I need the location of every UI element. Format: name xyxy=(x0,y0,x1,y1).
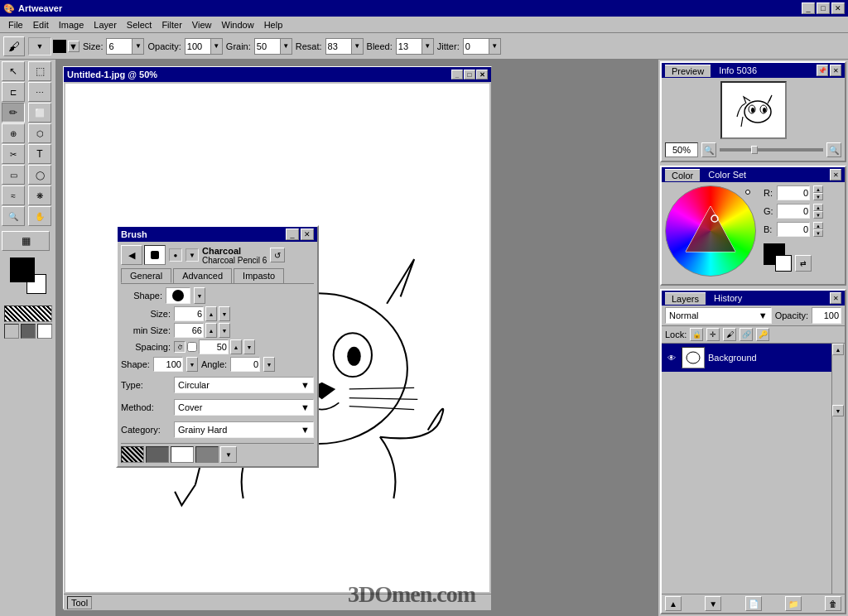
b-up[interactable]: ▲ xyxy=(813,222,823,229)
tool-hand[interactable]: ✋ xyxy=(28,206,51,226)
size-spinner-down[interactable]: ▼ xyxy=(219,306,230,321)
tab-layers[interactable]: Layers xyxy=(665,292,706,305)
doc-maximize[interactable]: □ xyxy=(464,70,475,79)
size-spinner-up[interactable]: ▲ xyxy=(205,306,217,321)
menu-edit[interactable]: Edit xyxy=(28,18,54,31)
color-wheel-container[interactable] xyxy=(665,185,760,281)
method-dropdown[interactable]: Cover ▼ xyxy=(174,399,314,416)
tool-ellipse-shape[interactable]: ◯ xyxy=(28,165,51,185)
blend-mode-dropdown[interactable]: Normal ▼ xyxy=(665,307,772,324)
palette-swatch-2[interactable] xyxy=(21,324,36,339)
brush-prev-btn[interactable]: ◀ xyxy=(121,245,142,265)
preview-pin[interactable]: 📌 xyxy=(817,65,828,76)
palette-pattern-3[interactable] xyxy=(171,446,194,463)
doc-minimize[interactable]: _ xyxy=(451,70,463,79)
r-down[interactable]: ▼ xyxy=(813,193,823,200)
zoom-out-btn[interactable]: 🔍 xyxy=(701,142,716,157)
b-value[interactable]: 0 xyxy=(777,222,810,237)
menu-select[interactable]: Select xyxy=(122,18,157,31)
menu-image[interactable]: Image xyxy=(54,18,89,31)
layer-down-btn[interactable]: ▼ xyxy=(705,596,721,611)
spacing-value[interactable]: 50 xyxy=(199,339,229,354)
tool-eraser[interactable]: ⬜ xyxy=(28,103,51,123)
palette-pattern-1[interactable] xyxy=(121,446,144,463)
layer-up-btn[interactable]: ▲ xyxy=(665,596,682,611)
menu-filter[interactable]: Filter xyxy=(157,18,186,31)
angle-arrow[interactable]: ▼ xyxy=(263,357,275,372)
lock-transparent-btn[interactable]: 🔒 xyxy=(690,328,703,341)
tool-selection[interactable]: ⬚ xyxy=(28,61,51,81)
tool-smudge[interactable]: ≈ xyxy=(2,185,25,205)
palette-pattern-2[interactable] xyxy=(146,446,169,463)
color-close[interactable]: ✕ xyxy=(830,169,841,180)
tool-brush[interactable]: ✏ xyxy=(2,103,25,123)
lock-move-btn[interactable]: ✛ xyxy=(706,328,720,341)
minsize-spinner-up[interactable]: ▲ xyxy=(205,323,217,338)
category-dropdown[interactable]: Grainy Hard ▼ xyxy=(174,421,314,438)
jitter-arrow[interactable]: ▼ xyxy=(489,39,500,54)
g-down[interactable]: ▼ xyxy=(813,211,823,219)
menu-layer[interactable]: Layer xyxy=(89,18,122,31)
menu-help[interactable]: Help xyxy=(259,18,288,31)
tool-gradient[interactable]: ▦ xyxy=(2,231,50,251)
brush-refresh-btn[interactable]: ↺ xyxy=(270,248,285,262)
brush-tab-impasto[interactable]: Impasto xyxy=(234,268,284,283)
bleed-input[interactable] xyxy=(397,39,422,54)
brush-close[interactable]: ✕ xyxy=(301,229,314,240)
zoom-slider[interactable] xyxy=(720,148,823,152)
tool-magic-wand[interactable]: ⋯ xyxy=(28,82,51,102)
layer-delete-btn[interactable]: 🗑 xyxy=(825,596,841,611)
tool-zoom[interactable]: 🔍 xyxy=(2,206,25,226)
menu-window[interactable]: Window xyxy=(217,18,259,31)
minimize-button[interactable]: _ xyxy=(802,2,815,14)
bleed-arrow[interactable]: ▼ xyxy=(422,39,433,54)
lock-paint-btn[interactable]: 🖌 xyxy=(723,328,736,341)
brush-tool-btn[interactable]: 🖌 xyxy=(3,36,25,56)
shape-dropdown[interactable]: ▼ xyxy=(194,287,205,304)
lock-key-btn[interactable]: 🔑 xyxy=(756,328,769,341)
bg-swatch[interactable] xyxy=(775,255,792,272)
tool-fill-bucket[interactable]: ⬡ xyxy=(28,123,51,143)
color-wheel[interactable] xyxy=(665,185,756,277)
zoom-value-display[interactable]: 50% xyxy=(665,142,698,157)
tool-eyedropper[interactable]: ⊕ xyxy=(2,123,25,143)
shape-pct-arrow[interactable]: ▼ xyxy=(186,357,198,372)
size-value[interactable]: 6 xyxy=(174,306,204,321)
layers-close[interactable]: ✕ xyxy=(830,292,841,304)
resat-combo[interactable]: ▼ xyxy=(325,38,364,55)
swap-colors-btn[interactable]: ⇄ xyxy=(795,255,812,272)
foreground-color[interactable] xyxy=(10,257,35,282)
opacity-arrow[interactable]: ▼ xyxy=(210,39,222,54)
tool-rect-shape[interactable]: ▭ xyxy=(2,165,25,185)
tab-colorset[interactable]: Color Set xyxy=(701,169,753,181)
minsize-spinner-down[interactable]: ▼ xyxy=(219,323,230,338)
opacity-combo[interactable]: ▼ xyxy=(185,38,223,55)
tool-clone[interactable]: ❋ xyxy=(28,185,51,205)
opacity-display[interactable]: 100 xyxy=(812,307,841,324)
pattern-swatch[interactable] xyxy=(4,306,52,322)
palette-swatch-3[interactable] xyxy=(37,324,52,339)
doc-close[interactable]: ✕ xyxy=(476,70,488,79)
angle-value[interactable]: 0 xyxy=(230,357,260,372)
size-input[interactable] xyxy=(107,39,132,54)
spacing-clock-icon[interactable]: ⏱ xyxy=(174,341,186,353)
brush-options-small[interactable]: ▼ xyxy=(186,248,199,262)
grain-arrow[interactable]: ▼ xyxy=(280,39,292,54)
tool-lasso[interactable]: ⊏ xyxy=(2,82,25,102)
layer-item-background[interactable]: 👁 Background 🔒 xyxy=(662,344,845,372)
jitter-input[interactable] xyxy=(464,39,489,54)
resat-arrow[interactable]: ▼ xyxy=(351,39,363,54)
g-up[interactable]: ▲ xyxy=(813,204,823,211)
tool-text[interactable]: T xyxy=(28,144,51,164)
bleed-combo[interactable]: ▼ xyxy=(396,38,434,55)
palette-swatch-1[interactable] xyxy=(4,324,19,339)
layer-group-btn[interactable]: 📁 xyxy=(785,596,802,611)
g-value[interactable]: 0 xyxy=(777,204,810,219)
brush-tab-general[interactable]: General xyxy=(121,268,171,283)
r-up[interactable]: ▲ xyxy=(813,185,823,193)
scroll-down-btn[interactable]: ▼ xyxy=(832,405,844,416)
zoom-thumb[interactable] xyxy=(751,146,758,154)
zoom-in-btn[interactable]: 🔍 xyxy=(826,142,841,157)
menu-view[interactable]: View xyxy=(187,18,217,31)
b-down[interactable]: ▼ xyxy=(813,229,823,237)
